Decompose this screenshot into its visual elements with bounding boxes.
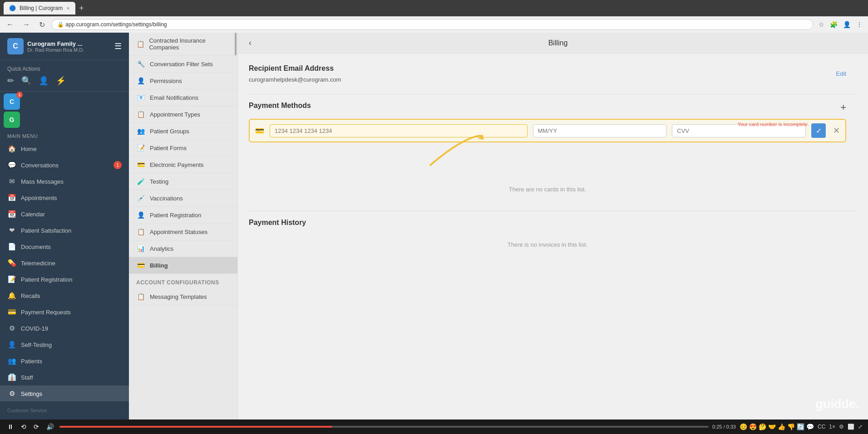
sidebar-item-conversations[interactable]: 💬 Conversations 1 xyxy=(0,157,129,173)
emoji-cycle[interactable]: 🔄 xyxy=(797,423,804,430)
appointment-types-label: Appointment Types xyxy=(150,111,200,118)
progress-bar[interactable] xyxy=(59,426,709,428)
menu-button[interactable]: ⋮ xyxy=(854,19,864,30)
settings-nav-permissions[interactable]: 👤 Permissions xyxy=(129,73,237,89)
sidebar-item-payment-requests[interactable]: 💳 Payment Requests xyxy=(0,304,129,320)
settings-nav-email-notifications[interactable]: 📧 Email Notifications xyxy=(129,89,237,106)
settings-nav-vaccinations[interactable]: 💉 Vaccinations xyxy=(129,190,237,207)
forward-navigation-button[interactable]: → xyxy=(20,19,33,30)
sidebar-item-home[interactable]: 🏠 Home xyxy=(0,141,129,157)
sidebar-item-settings[interactable]: ⚙ Settings xyxy=(0,385,129,401)
self-testing-icon: 👤 xyxy=(7,341,16,349)
testing-icon: 🧪 xyxy=(136,178,145,185)
sidebar-item-patient-satisfaction[interactable]: ❤ Patient Satisfaction xyxy=(0,222,129,239)
settings-nav-billing[interactable]: 💳 Billing xyxy=(129,257,237,274)
settings-nav-contracted-insurance[interactable]: 📋 Contracted Insurance Companies xyxy=(129,33,237,56)
account-configs-header: Account Configurations xyxy=(129,274,237,288)
settings-nav-patient-groups[interactable]: 👥 Patient Groups xyxy=(129,123,237,140)
hamburger-button[interactable]: ☰ xyxy=(114,41,122,51)
volume-button[interactable]: 🔊 xyxy=(44,422,56,431)
telemedicine-icon: 💊 xyxy=(7,259,16,267)
payment-history-section: Payment History There is no invoices in … xyxy=(249,219,857,255)
rewind-button[interactable]: ⟲ xyxy=(19,422,28,431)
sidebar-item-mass-messages[interactable]: ✉ Mass Messages xyxy=(0,173,129,190)
address-bar[interactable]: 🔒 app.curogram.com/settings/settings/bil… xyxy=(51,19,813,30)
content-header: ‹ Billing xyxy=(238,33,868,54)
user-add-icon[interactable]: 👤 xyxy=(39,76,49,86)
appointments-icon: 📅 xyxy=(7,194,16,202)
payment-history-title: Payment History xyxy=(249,219,857,227)
analytics-label: Analytics xyxy=(150,245,173,252)
card-save-button[interactable]: ✓ xyxy=(811,123,826,138)
reload-button[interactable]: ↻ xyxy=(36,19,48,31)
messaging-templates-label: Messaging Templates xyxy=(150,293,207,300)
appointment-types-icon: 📋 xyxy=(136,111,145,118)
settings-nav-patient-registration[interactable]: 👤 Patient Registration xyxy=(129,207,237,224)
page-title: Billing xyxy=(259,39,857,47)
sidebar-item-customer-service[interactable]: Customer Service xyxy=(7,405,122,416)
settings-video-button[interactable]: ⚙ xyxy=(839,424,844,430)
active-tab[interactable]: 🔵 Billing | Curogram ✕ xyxy=(4,2,75,15)
settings-nav-electronic-payments[interactable]: 💳 Electronic Payments xyxy=(129,156,237,173)
card-expiry-input[interactable] xyxy=(533,124,667,137)
sidebar-item-covid19[interactable]: ⚙ COVID-19 xyxy=(0,320,129,336)
tab-favicon: 🔵 xyxy=(9,5,16,11)
patient-forms-icon: 📝 xyxy=(136,144,145,151)
main-sidebar: C Curogram Family ... Dr. Rad Roman Roa … xyxy=(0,33,129,419)
sidebar-item-staff[interactable]: 👔 Staff xyxy=(0,369,129,385)
play-pause-button[interactable]: ⏸ xyxy=(5,422,15,431)
appointment-statuses-label: Appointment Statuses xyxy=(150,229,207,235)
sidebar-item-calendar[interactable]: 📆 Calendar xyxy=(0,206,129,222)
emoji-handshake[interactable]: 🤝 xyxy=(768,423,776,430)
conversations-icon: 💬 xyxy=(7,161,16,169)
filter-icon[interactable]: ⚡ xyxy=(56,76,66,86)
side-avatar-1-label: C xyxy=(10,98,14,105)
new-tab-button[interactable]: + xyxy=(77,2,86,15)
add-payment-method-button[interactable]: + xyxy=(840,102,846,113)
profile-button[interactable]: 👤 xyxy=(841,19,853,30)
settings-nav-appointment-statuses[interactable]: 📋 Appointment Statuses xyxy=(129,224,237,240)
settings-nav-testing[interactable]: 🧪 Testing xyxy=(129,173,237,190)
compose-icon[interactable]: ✏ xyxy=(7,76,14,86)
side-avatar-1[interactable]: C 1 xyxy=(4,93,20,110)
search-icon[interactable]: 🔍 xyxy=(21,76,31,86)
edit-email-link[interactable]: Edit xyxy=(836,70,857,77)
captions-button[interactable]: CC xyxy=(818,424,825,430)
back-button[interactable]: ‹ xyxy=(249,38,252,48)
emoji-thinking[interactable]: 🤔 xyxy=(759,423,766,430)
sidebar-item-self-testing[interactable]: 👤 Self-Testing xyxy=(0,336,129,353)
theater-mode-button[interactable]: ⬜ xyxy=(848,424,854,430)
sidebar-item-appointments[interactable]: 📅 Appointments xyxy=(0,190,129,206)
guidde-watermark: guidde. xyxy=(815,397,859,411)
quality-button[interactable]: 1× xyxy=(829,424,835,430)
emoji-smile[interactable]: 😊 xyxy=(740,423,747,430)
bookmark-button[interactable]: ☆ xyxy=(817,19,826,30)
settings-nav-appointment-types[interactable]: 📋 Appointment Types xyxy=(129,106,237,123)
sidebar-item-recalls[interactable]: 🔔 Recalls xyxy=(0,288,129,304)
emoji-thumbsdown[interactable]: 👎 xyxy=(787,423,795,430)
settings-nav-patient-forms[interactable]: 📝 Patient Forms xyxy=(129,140,237,156)
fullscreen-button[interactable]: ⤢ xyxy=(858,424,863,430)
sidebar-item-documents[interactable]: 📄 Documents xyxy=(0,239,129,255)
sidebar-item-patient-registration[interactable]: 📝 Patient Registration xyxy=(0,271,129,288)
vaccinations-label: Vaccinations xyxy=(150,195,183,202)
skip-button[interactable]: ⟳ xyxy=(32,422,41,431)
emoji-heart-eyes[interactable]: 😍 xyxy=(749,423,757,430)
back-navigation-button[interactable]: ← xyxy=(4,19,16,30)
extensions-button[interactable]: 🧩 xyxy=(828,19,839,30)
sidebar-item-mass-messages-label: Mass Messages xyxy=(21,178,64,185)
payment-methods-section: Payment Methods + Your card number is in… xyxy=(249,102,857,200)
sidebar-item-telemedicine[interactable]: 💊 Telemedicine xyxy=(0,255,129,271)
settings-nav-messaging-templates[interactable]: 📋 Messaging Templates xyxy=(129,288,237,305)
settings-nav-analytics[interactable]: 📊 Analytics xyxy=(129,240,237,257)
side-avatar-2[interactable]: G xyxy=(4,112,20,128)
emoji-chat[interactable]: 💬 xyxy=(806,423,814,430)
billing-icon: 💳 xyxy=(136,262,145,269)
url-text: app.curogram.com/settings/settings/billi… xyxy=(65,21,167,28)
card-cancel-button[interactable]: ✕ xyxy=(833,126,840,136)
sidebar-item-patients[interactable]: 👥 Patients xyxy=(0,353,129,369)
settings-nav-conversation-filter[interactable]: 🔧 Conversation Filter Sets xyxy=(129,56,237,73)
tab-close-btn[interactable]: ✕ xyxy=(66,6,70,11)
emoji-thumbsup[interactable]: 👍 xyxy=(778,423,785,430)
card-input-row: Your card number is incomplete. 💳 ✓ ✕ xyxy=(249,119,846,142)
